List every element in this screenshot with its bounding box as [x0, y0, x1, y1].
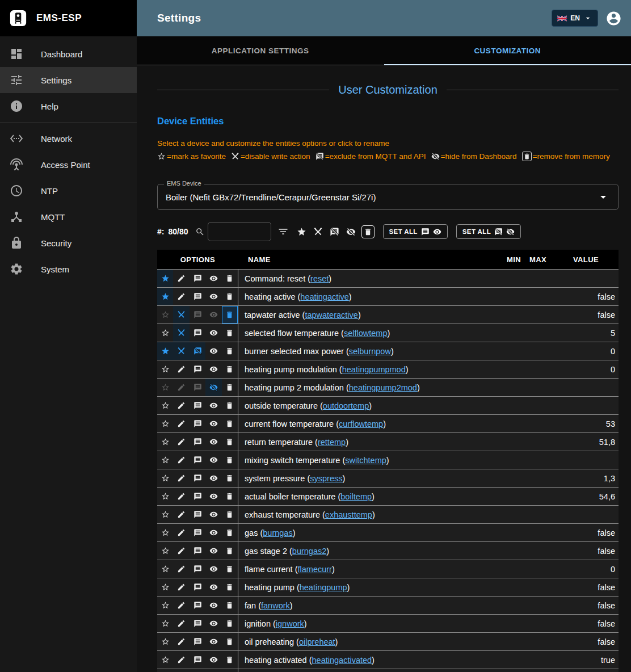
sidebar-item-mqtt[interactable]: MQTT	[0, 204, 137, 230]
remove-toggle[interactable]	[222, 469, 238, 487]
entity-name[interactable]: selected flow temperature (selflowtemp)	[238, 324, 495, 342]
write-action-toggle[interactable]	[173, 433, 189, 451]
write-action-toggle[interactable]	[173, 379, 189, 396]
mqtt-exclude-toggle[interactable]	[190, 542, 205, 560]
entity-id-link[interactable]: selburnpow	[349, 347, 391, 356]
mqtt-exclude-toggle[interactable]	[190, 379, 205, 396]
favorite-toggle[interactable]	[157, 488, 173, 505]
remove-toggle[interactable]	[222, 542, 238, 560]
entity-id-link[interactable]: exhausttemp	[325, 510, 372, 519]
remove-toggle[interactable]	[222, 288, 238, 305]
entity-id-link[interactable]: curflowtemp	[339, 419, 383, 429]
remove-toggle[interactable]	[222, 488, 238, 505]
favorite-toggle[interactable]	[157, 542, 173, 560]
remove-toggle[interactable]	[222, 578, 238, 596]
entity-id-link[interactable]: outdoortemp	[323, 401, 369, 410]
write-action-toggle[interactable]	[173, 288, 189, 305]
sidebar-item-network[interactable]: Network	[0, 125, 137, 152]
remove-toggle[interactable]	[222, 270, 238, 287]
entity-id-link[interactable]: heatingpump	[300, 583, 347, 592]
visibility-toggle[interactable]	[205, 270, 221, 287]
favorite-toggle[interactable]	[157, 524, 173, 541]
favorite-toggle[interactable]	[157, 469, 173, 487]
mqtt-exclude-toggle[interactable]	[190, 578, 205, 596]
write-action-toggle[interactable]	[173, 451, 189, 469]
favorite-toggle[interactable]	[157, 397, 173, 414]
visibility-toggle[interactable]	[205, 379, 221, 396]
entity-id-link[interactable]: flamecurr	[297, 565, 331, 574]
sidebar-item-access-point[interactable]: Access Point	[0, 152, 137, 178]
set-all-button-2[interactable]: SET ALL	[456, 224, 521, 239]
remove-toggle[interactable]	[222, 433, 238, 451]
entity-name[interactable]: actual boiler temperature (boiltemp)	[238, 488, 495, 505]
mqtt-exclude-toggle[interactable]	[190, 397, 205, 414]
write-action-toggle[interactable]	[173, 578, 189, 596]
entity-name[interactable]: heating pump 2 modulation (heatingpump2m…	[238, 379, 495, 396]
entity-name[interactable]: system pressure (syspress)	[238, 469, 495, 487]
entity-id-link[interactable]: burngas2	[292, 547, 326, 556]
write-action-toggle[interactable]	[173, 669, 189, 672]
entity-name[interactable]: current flow temperature (curflowtemp)	[238, 415, 495, 432]
write-action-toggle[interactable]	[173, 524, 189, 541]
remove-toggle[interactable]	[222, 306, 238, 324]
visibility-toggle[interactable]	[205, 342, 221, 360]
entity-id-link[interactable]: oilpreheat	[299, 637, 335, 646]
mqtt-exclude-toggle[interactable]	[190, 560, 205, 578]
entity-name[interactable]: heating activated (heatingactivated)	[238, 651, 495, 669]
favorite-toggle[interactable]	[157, 451, 173, 469]
write-action-toggle[interactable]	[173, 542, 189, 560]
remove-toggle[interactable]	[222, 342, 238, 360]
write-action-toggle[interactable]	[173, 560, 189, 578]
visibility-toggle[interactable]	[205, 578, 221, 596]
favorite-toggle[interactable]	[157, 433, 173, 451]
mqtt-exclude-toggle[interactable]	[190, 324, 205, 342]
favorite-toggle[interactable]	[157, 415, 173, 432]
write-action-toggle[interactable]	[173, 597, 189, 614]
favorite-toggle[interactable]	[157, 651, 173, 669]
sidebar-item-system[interactable]: System	[0, 256, 137, 282]
visibility-toggle[interactable]	[205, 306, 221, 324]
entity-name[interactable]: ignition (ignwork)	[238, 615, 495, 632]
filter-write-disabled-button[interactable]	[310, 224, 326, 240]
entity-name[interactable]: return temperature (rettemp)	[238, 433, 495, 451]
entity-name[interactable]: exhaust temperature (exhausttemp)	[238, 506, 495, 523]
sidebar-item-ntp[interactable]: NTP	[0, 178, 137, 204]
tab-customization[interactable]: CUSTOMIZATION	[384, 36, 631, 65]
visibility-toggle[interactable]	[205, 651, 221, 669]
favorite-toggle[interactable]	[157, 379, 173, 396]
visibility-toggle[interactable]	[205, 488, 221, 505]
entity-name[interactable]: heating pump modulation (heatingpumpmod)	[238, 360, 495, 378]
entity-name[interactable]: outside temperature (outdoortemp)	[238, 397, 495, 414]
mqtt-exclude-toggle[interactable]	[190, 451, 205, 469]
remove-toggle[interactable]	[222, 560, 238, 578]
write-action-toggle[interactable]	[173, 270, 189, 287]
favorite-toggle[interactable]	[157, 360, 173, 378]
remove-toggle[interactable]	[222, 615, 238, 632]
entity-id-link[interactable]: syspress	[310, 474, 342, 483]
visibility-toggle[interactable]	[205, 451, 221, 469]
visibility-toggle[interactable]	[205, 524, 221, 541]
entity-id-link[interactable]: reset	[310, 274, 329, 283]
write-action-toggle[interactable]	[173, 415, 189, 432]
filter-removed-button[interactable]	[361, 225, 375, 238]
mqtt-exclude-toggle[interactable]	[190, 524, 205, 541]
visibility-toggle[interactable]	[205, 397, 221, 414]
mqtt-exclude-toggle[interactable]	[190, 651, 205, 669]
write-action-toggle[interactable]	[173, 651, 189, 669]
entity-id-link[interactable]: ignwork	[276, 619, 304, 628]
visibility-toggle[interactable]	[205, 288, 221, 305]
mqtt-exclude-toggle[interactable]	[190, 342, 205, 360]
entity-name[interactable]: fan (fanwork)	[238, 597, 495, 614]
remove-toggle[interactable]	[222, 651, 238, 669]
visibility-toggle[interactable]	[205, 324, 221, 342]
mqtt-exclude-toggle[interactable]	[190, 288, 205, 305]
remove-toggle[interactable]	[222, 360, 238, 378]
sidebar-item-settings[interactable]: Settings	[0, 67, 137, 93]
favorite-toggle[interactable]	[157, 342, 173, 360]
remove-toggle[interactable]	[222, 379, 238, 396]
visibility-toggle[interactable]	[205, 506, 221, 523]
remove-toggle[interactable]	[222, 633, 238, 650]
mqtt-exclude-toggle[interactable]	[190, 360, 205, 378]
write-action-toggle[interactable]	[173, 615, 189, 632]
entity-id-link[interactable]: heatingactivated	[312, 656, 372, 665]
